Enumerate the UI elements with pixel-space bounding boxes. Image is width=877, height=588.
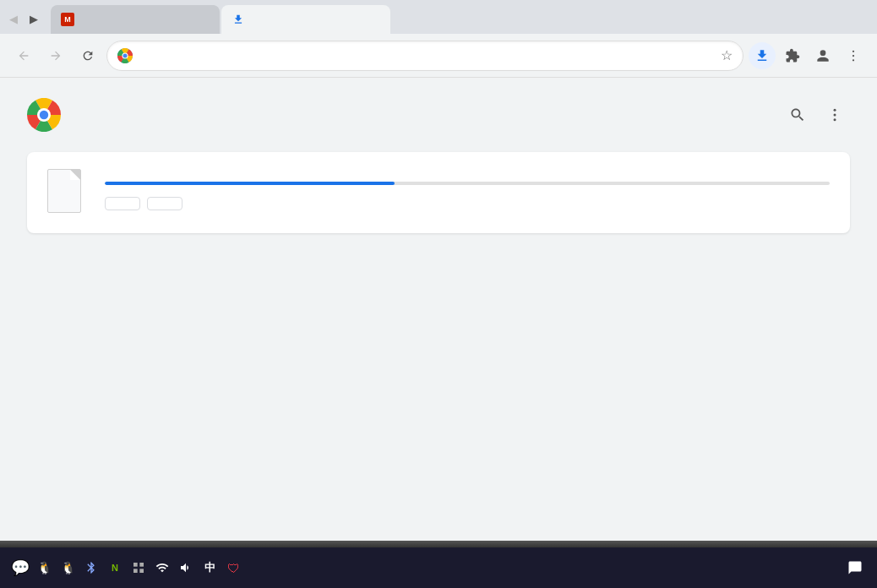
volume-tray-icon[interactable] <box>176 558 196 578</box>
file-icon <box>47 169 88 216</box>
tab-inactive-1[interactable]: M <box>51 5 220 34</box>
navigation-bar: ☆ <box>0 34 877 78</box>
svg-point-5 <box>852 54 854 56</box>
qq2-tray-icon[interactable]: 🐧 <box>57 558 78 578</box>
tab-close-1[interactable] <box>196 13 210 26</box>
svg-point-9 <box>40 111 48 119</box>
window-controls <box>760 0 877 34</box>
qq-tray-icon[interactable]: 🐧 <box>34 558 54 578</box>
progress-bar-fill <box>105 182 395 185</box>
bookmark-icon[interactable]: ☆ <box>721 47 733 63</box>
profile-button[interactable] <box>809 42 836 69</box>
desktop-preview <box>0 541 877 547</box>
address-bar[interactable]: ☆ <box>106 41 744 71</box>
svg-point-11 <box>834 114 836 117</box>
wechat-tray-icon[interactable]: 💬 <box>10 558 30 578</box>
more-options-button[interactable] <box>820 100 850 130</box>
search-button[interactable] <box>782 100 813 130</box>
file-icon-shape <box>47 169 81 213</box>
refresh-button[interactable] <box>74 42 101 69</box>
taskbar: 💬 🐧 🐧 N 中 🛡 <box>0 547 877 588</box>
download-actions <box>105 197 830 210</box>
nvidia-tray-icon[interactable]: N <box>105 558 125 578</box>
browser-area <box>0 78 877 547</box>
wifi-tray-icon[interactable] <box>152 558 172 578</box>
svg-point-4 <box>852 50 854 52</box>
bluetooth-tray-icon[interactable] <box>81 558 101 578</box>
tab-favicon-downloads <box>232 13 245 26</box>
svg-point-6 <box>852 59 854 61</box>
chrome-menu-button[interactable] <box>840 42 867 69</box>
antivirus-tray-icon[interactable]: 🛡 <box>223 558 243 578</box>
extensions-button[interactable] <box>779 42 806 69</box>
site-favicon <box>117 48 133 63</box>
tab-favicon-1: M <box>61 13 74 26</box>
ime-tray-icon[interactable]: 中 <box>199 558 220 578</box>
svg-rect-16 <box>139 569 144 573</box>
svg-point-2 <box>123 53 127 57</box>
svg-rect-14 <box>139 563 144 567</box>
maximize-button[interactable] <box>799 0 838 34</box>
nav-right-icons <box>749 42 867 69</box>
download-icon-button[interactable] <box>749 42 776 69</box>
svg-point-12 <box>834 118 836 121</box>
new-tab-button[interactable] <box>390 3 417 30</box>
svg-point-10 <box>834 109 836 112</box>
svg-rect-13 <box>133 563 138 567</box>
chrome-logo-large <box>27 98 61 132</box>
page-header-right <box>782 100 850 130</box>
grid-tray-icon[interactable] <box>128 558 149 578</box>
forward-button[interactable] <box>42 42 69 69</box>
tab-close-downloads[interactable] <box>367 13 380 26</box>
notification-button[interactable] <box>843 556 867 580</box>
tab-active-downloads[interactable] <box>221 5 390 34</box>
minimize-button[interactable] <box>760 0 799 34</box>
svg-point-3 <box>820 50 826 56</box>
title-bar: ◀ ▶ M <box>0 0 877 34</box>
download-info <box>105 175 830 210</box>
svg-rect-15 <box>133 569 138 573</box>
page-header <box>27 98 850 132</box>
tab-nav-forward[interactable]: ▶ <box>24 8 44 29</box>
progress-bar-container <box>105 182 830 185</box>
system-tray: 💬 🐧 🐧 N 中 🛡 <box>10 558 243 578</box>
tab-nav-back[interactable]: ◀ <box>3 8 24 29</box>
page-content <box>0 78 877 547</box>
download-card <box>27 152 850 233</box>
back-button[interactable] <box>10 42 37 69</box>
close-button[interactable] <box>838 0 877 34</box>
pause-button[interactable] <box>105 197 140 210</box>
page-header-left <box>27 98 74 132</box>
cancel-button[interactable] <box>147 197 182 210</box>
